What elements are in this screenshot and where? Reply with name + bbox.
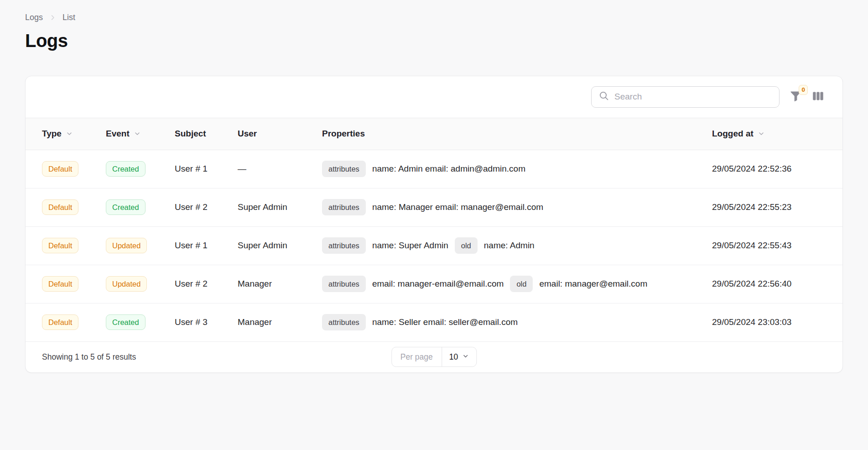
chevron-down-icon [66, 130, 73, 137]
breadcrumb-item-list: List [62, 13, 75, 23]
type-badge: Default [42, 161, 78, 177]
properties-text: name: Admin email: admin@admin.com [372, 164, 525, 174]
search-input[interactable] [614, 87, 773, 107]
toggle-columns-button[interactable] [812, 90, 824, 104]
table-row[interactable]: DefaultCreatedUser # 2Super Adminattribu… [26, 188, 842, 226]
properties-key-chip: attributes [322, 161, 366, 178]
properties-text: name: Manager email: manager@email.com [372, 202, 543, 212]
table-row[interactable]: DefaultUpdatedUser # 2Managerattributese… [26, 265, 842, 303]
table-footer: Showing 1 to 5 of 5 results Per page 10 [26, 342, 842, 372]
per-page-select[interactable]: Per page 10 [391, 347, 477, 367]
logged-at-cell: 29/05/2024 22:52:36 [712, 150, 842, 188]
type-badge: Default [42, 199, 78, 215]
breadcrumb: Logs List [25, 13, 843, 23]
subject-cell: User # 3 [175, 303, 238, 341]
column-header-properties: Properties [322, 129, 365, 139]
type-badge: Default [42, 314, 78, 330]
type-badge: Default [42, 276, 78, 292]
column-header-event[interactable]: Event [106, 129, 141, 139]
table-header-row: Type Event Subject User [26, 118, 842, 150]
per-page-label: Per page [392, 347, 442, 366]
logs-table-card: 0 Type Ev [25, 76, 843, 373]
chevron-right-icon [49, 14, 56, 21]
properties-text: name: Admin [484, 241, 535, 251]
column-header-type[interactable]: Type [42, 129, 73, 139]
chevron-down-icon [758, 130, 765, 137]
type-badge: Default [42, 238, 78, 254]
user-cell: Manager [238, 265, 322, 303]
user-cell: — [238, 150, 322, 188]
results-summary: Showing 1 to 5 of 5 results [42, 352, 136, 362]
logged-at-cell: 29/05/2024 22:55:23 [712, 188, 842, 226]
subject-cell: User # 2 [175, 265, 238, 303]
logs-table: Type Event Subject User [26, 118, 842, 342]
properties-cell: attributesname: Seller email: seller@ema… [322, 314, 712, 331]
event-badge: Created [106, 161, 146, 177]
properties-text: email: manager@email.com [539, 279, 647, 289]
per-page-value: 10 [449, 352, 458, 362]
properties-cell: attributesname: Admin email: admin@admin… [322, 161, 712, 178]
properties-key-chip: attributes [322, 237, 366, 254]
table-row[interactable]: DefaultCreatedUser # 3Managerattributesn… [26, 303, 842, 341]
properties-key-chip: attributes [322, 276, 366, 293]
subject-cell: User # 2 [175, 188, 238, 226]
event-badge: Created [106, 314, 146, 330]
search-icon [598, 90, 609, 103]
table-toolbar: 0 [26, 76, 842, 118]
user-cell: Super Admin [238, 188, 322, 226]
properties-key-chip: old [510, 276, 533, 293]
user-cell: Manager [238, 303, 322, 341]
chevron-down-icon [134, 130, 141, 137]
properties-key-chip: old [455, 237, 478, 254]
logged-at-cell: 29/05/2024 23:03:03 [712, 303, 842, 341]
breadcrumb-item-logs[interactable]: Logs [25, 13, 43, 23]
table-row[interactable]: DefaultCreatedUser # 1—attributesname: A… [26, 150, 842, 188]
view-columns-icon [812, 90, 824, 104]
properties-key-chip: attributes [322, 199, 366, 216]
table-row[interactable]: DefaultUpdatedUser # 1Super Adminattribu… [26, 226, 842, 265]
chevron-down-icon [462, 352, 469, 362]
user-cell: Super Admin [238, 226, 322, 265]
properties-text: name: Seller email: seller@email.com [372, 317, 518, 327]
properties-text: email: manager-email@email.com [372, 279, 504, 289]
event-badge: Updated [106, 276, 147, 292]
logged-at-cell: 29/05/2024 22:56:40 [712, 265, 842, 303]
properties-key-chip: attributes [322, 314, 366, 331]
search-box [591, 86, 780, 108]
filter-count-badge: 0 [799, 85, 808, 95]
event-badge: Updated [106, 238, 147, 254]
subject-cell: User # 1 [175, 150, 238, 188]
properties-cell: attributesname: Super Adminoldname: Admi… [322, 237, 712, 254]
column-header-logged-at[interactable]: Logged at [712, 129, 765, 139]
subject-cell: User # 1 [175, 226, 238, 265]
properties-cell: attributesemail: manager-email@email.com… [322, 276, 712, 293]
column-header-user: User [238, 129, 257, 139]
properties-cell: attributesname: Manager email: manager@e… [322, 199, 712, 216]
event-badge: Created [106, 199, 146, 215]
filter-button[interactable]: 0 [790, 90, 802, 104]
column-header-subject: Subject [175, 129, 206, 139]
properties-text: name: Super Admin [372, 241, 448, 251]
page-title: Logs [25, 30, 843, 51]
logged-at-cell: 29/05/2024 22:55:43 [712, 226, 842, 265]
